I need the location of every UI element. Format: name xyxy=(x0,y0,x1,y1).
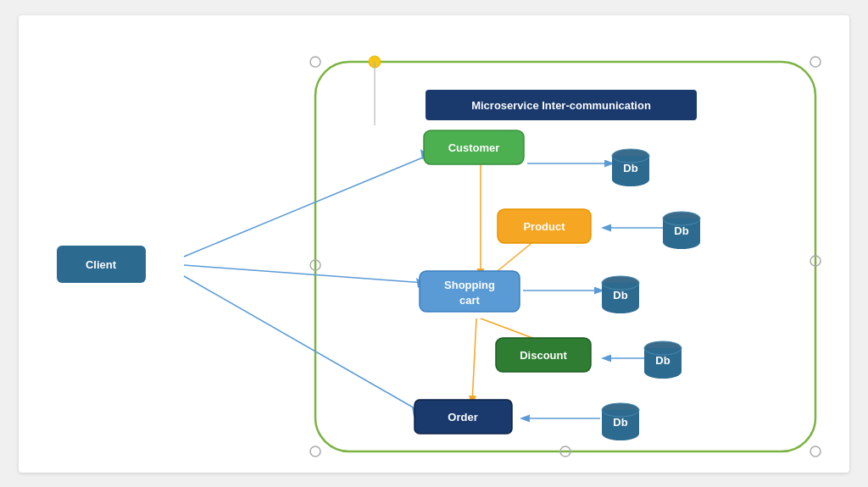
customer-node[interactable] xyxy=(424,130,524,164)
arrow-client-customer xyxy=(184,155,429,257)
client-node[interactable] xyxy=(57,246,146,283)
arrow-client-order xyxy=(184,276,420,412)
corner-tl xyxy=(310,57,320,67)
arrow-shopping-order xyxy=(472,318,476,403)
order-node[interactable] xyxy=(415,400,512,434)
discount-node[interactable] xyxy=(496,338,591,372)
corner-bl xyxy=(310,446,320,457)
db4-bottom xyxy=(644,365,682,379)
db2-bottom xyxy=(663,235,700,249)
title-box xyxy=(426,90,697,120)
db5-bottom xyxy=(602,427,639,440)
db1-bottom xyxy=(612,173,649,186)
product-node[interactable] xyxy=(498,209,591,243)
arrow-client-shopping xyxy=(184,265,425,283)
db3-bottom xyxy=(602,300,639,313)
corner-br xyxy=(810,446,821,457)
corner-tr xyxy=(810,57,821,67)
shopping-cart-node[interactable] xyxy=(420,271,520,312)
diagram-canvas: Microservice Inter-communication xyxy=(19,15,849,473)
